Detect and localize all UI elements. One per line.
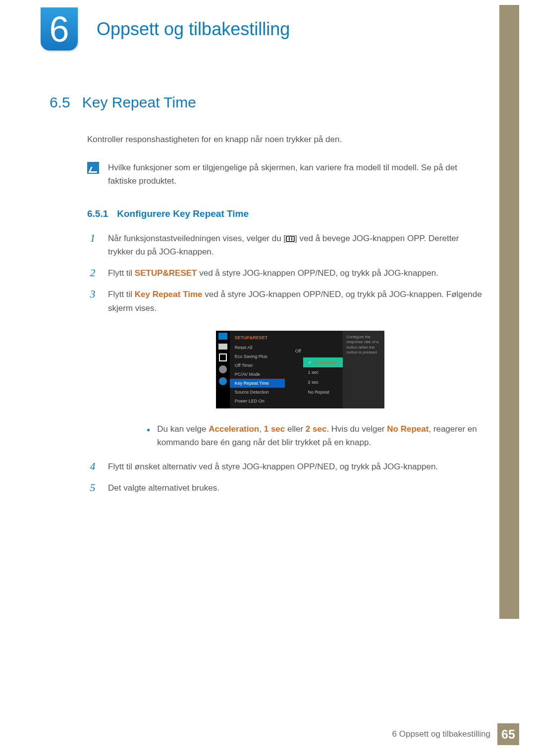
bullet-text: Du kan velge Acceleration, 1 sec eller 2… <box>157 422 485 449</box>
page-footer: 6 Oppsett og tilbakestilling 65 <box>392 723 519 745</box>
step-number: 3 <box>87 288 98 314</box>
text-fragment: Når funksjonstastveiledningen vises, vel… <box>108 234 286 243</box>
osd-screen-icon <box>218 344 227 350</box>
step-number: 1 <box>87 232 98 258</box>
page-content: 6.5 Key Repeat Time Kontroller responsha… <box>50 94 485 503</box>
step-text: Det valgte alternativet brukes. <box>108 481 219 495</box>
step-text: Når funksjonstastveiledningen vises, vel… <box>108 232 485 258</box>
osd-icon-column <box>216 331 230 408</box>
osd-item-pc-av-mode: PC/AV Mode <box>230 370 285 379</box>
text-fragment: Flytt til <box>108 268 135 278</box>
text-fragment: Du kan velge <box>157 424 209 434</box>
menu-grid-icon <box>286 236 295 242</box>
chapter-number-badge: 6 <box>41 7 78 50</box>
step-text: Flytt til Key Repeat Time ved å styre JO… <box>108 288 485 314</box>
footer-page-number: 65 <box>497 723 519 745</box>
step-number: 4 <box>87 460 98 473</box>
note-block: Hvilke funksjoner som er tilgjengelige p… <box>87 161 485 188</box>
osd-item-off-timer: Off Timer <box>230 361 285 370</box>
section-title: Key Repeat Time <box>82 94 196 111</box>
osd-menu: SETUP&RESET Reset All Eco Saving Plus Of… <box>230 331 285 408</box>
osd-sub-2sec: 2 sec <box>303 377 343 387</box>
page-side-stripe <box>499 5 519 619</box>
osd-item-key-repeat: Key Repeat Time <box>230 379 285 388</box>
note-text: Hvilke funksjoner som er tilgjengelige p… <box>108 161 485 188</box>
keyword-acceleration: Acceleration <box>209 424 259 434</box>
step-2: 2 Flytt til SETUP&RESET ved å styre JOG-… <box>87 266 485 280</box>
osd-sub-acceleration: Acceleration <box>303 357 343 367</box>
footer-chapter-ref: 6 Oppsett og tilbakestilling <box>392 729 490 739</box>
keyword-2sec: 2 sec <box>306 424 327 434</box>
osd-screenshot: SETUP&RESET Reset All Eco Saving Plus Of… <box>216 331 384 408</box>
section-intro: Kontroller responshastigheten for en kna… <box>87 133 485 146</box>
osd-value-column: Off <box>285 331 303 408</box>
step-5: 5 Det valgte alternativet brukes. <box>87 481 485 495</box>
step-4: 4 Flytt til ønsket alternativ ved å styr… <box>87 460 485 473</box>
osd-menu-header: SETUP&RESET <box>230 334 285 343</box>
keyword-key-repeat-time: Key Repeat Time <box>135 290 203 299</box>
osd-sub-no-repeat: No Repeat <box>303 387 343 397</box>
text-fragment: . Hvis du velger <box>326 424 387 434</box>
keyword-1sec: 1 sec <box>264 424 285 434</box>
keyword-no-repeat: No Repeat <box>387 424 428 434</box>
osd-item-source-detect: Source Detection <box>230 388 285 397</box>
bullet-icon: ● <box>147 425 150 449</box>
osd-panel: SETUP&RESET Reset All Eco Saving Plus Of… <box>216 331 384 408</box>
osd-help-panel: Configure the response rate of a button … <box>343 331 384 408</box>
osd-picture-icon <box>218 333 227 340</box>
osd-item-eco-saving: Eco Saving Plus <box>230 352 285 361</box>
step-number: 5 <box>87 481 98 495</box>
chapter-title: Oppsett og tilbakestilling <box>97 19 290 40</box>
step-1: 1 Når funksjonstastveiledningen vises, v… <box>87 232 485 258</box>
osd-settings-icon <box>219 365 227 373</box>
osd-info-icon <box>219 377 227 385</box>
subsection-heading: 6.5.1 Konfigurere Key Repeat Time <box>87 208 485 219</box>
keyword-setup-reset: SETUP&RESET <box>135 268 197 278</box>
osd-sub-1sec: 1 sec <box>303 367 343 377</box>
step-number: 2 <box>87 266 98 280</box>
osd-item-reset-all: Reset All <box>230 343 285 352</box>
text-fragment: Flytt til <box>108 290 135 299</box>
subsection-number: 6.5.1 <box>87 208 108 219</box>
text-fragment: , <box>259 424 264 434</box>
text-fragment: ved å styre JOG-knappen OPP/NED, og tryk… <box>197 268 438 278</box>
section-heading: 6.5 Key Repeat Time <box>50 94 485 111</box>
chapter-header: 6 Oppsett og tilbakestilling <box>41 7 290 50</box>
subsection-title: Konfigurere Key Repeat Time <box>117 208 249 219</box>
text-fragment: eller <box>285 424 306 434</box>
note-icon <box>87 162 99 174</box>
step-3: 3 Flytt til Key Repeat Time ved å styre … <box>87 288 485 314</box>
osd-item-power-led: Power LED On <box>230 397 285 405</box>
section-number: 6.5 <box>50 94 70 111</box>
step-3-bullet: ● Du kan velge Acceleration, 1 sec eller… <box>147 422 485 449</box>
osd-value-off: Off <box>285 347 303 355</box>
osd-size-icon <box>219 353 227 361</box>
steps-list: 1 Når funksjonstastveiledningen vises, v… <box>87 232 485 495</box>
osd-submenu: Acceleration 1 sec 2 sec No Repeat <box>303 331 343 408</box>
step-text: Flytt til SETUP&RESET ved å styre JOG-kn… <box>108 266 438 280</box>
step-text: Flytt til ønsket alternativ ved å styre … <box>108 460 438 473</box>
